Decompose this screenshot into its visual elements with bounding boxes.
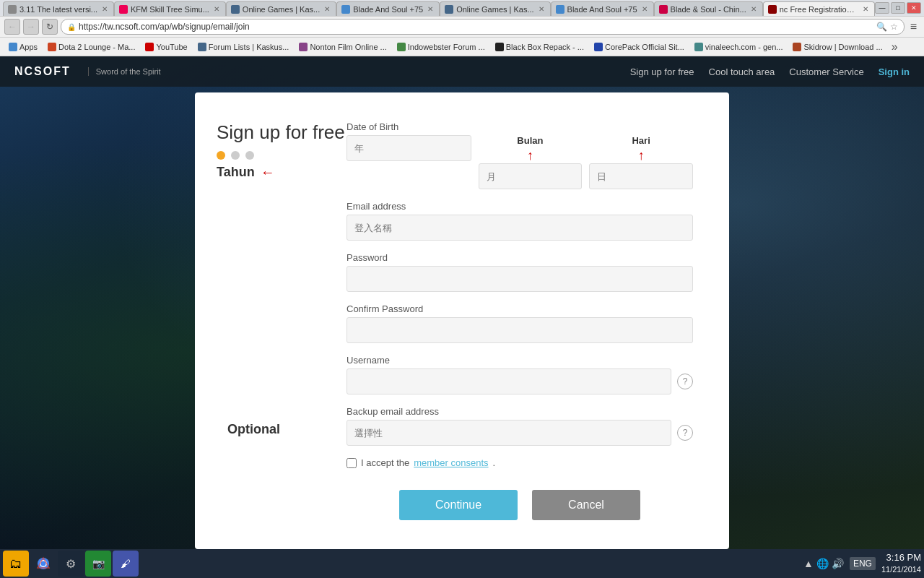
dob-inputs: Bulan ↑ Hari ↑	[346, 135, 693, 189]
url-bar[interactable]: 🔒 https://tw.ncsoft.com/ap/wb/signup/ema…	[61, 19, 905, 35]
form-title: Sign up for free	[217, 121, 345, 144]
hari-arrow: ↑	[589, 149, 693, 162]
tab-favicon-8	[768, 5, 777, 14]
language-indicator[interactable]: ENG	[850, 557, 876, 570]
dot-2	[231, 151, 240, 160]
bookmarks-more-button[interactable]: »	[889, 40, 901, 53]
bookmark-nonton[interactable]: Nonton Film Online ...	[295, 41, 391, 53]
bookmark-skid-label: Skidrow | Download ...	[803, 43, 882, 51]
tahun-arrow: ←	[261, 164, 275, 181]
tab-favicon-2	[119, 5, 128, 14]
cancel-button[interactable]: Cancel	[532, 490, 640, 520]
network-icon[interactable]: 🌐	[816, 558, 829, 569]
tab-8[interactable]: nc Free Registration: N ✕	[763, 1, 875, 16]
customer-service-link[interactable]: Customer Service	[789, 66, 863, 77]
tab-6[interactable]: Blade And Soul +75 ✕	[551, 1, 654, 16]
volume-icon[interactable]: 🔊	[832, 558, 844, 569]
member-consents-link[interactable]: member consents	[414, 457, 488, 468]
consent-text: I accept the	[361, 457, 409, 468]
tab-close-3[interactable]: ✕	[323, 5, 331, 13]
paint-icon[interactable]: 🖌	[113, 551, 139, 577]
forum-favicon	[198, 43, 206, 51]
pagination-dots	[217, 151, 345, 160]
bookmark-corepack[interactable]: CorePack Official Sit...	[590, 41, 689, 53]
backup-email-input[interactable]	[346, 420, 671, 446]
tab-close-6[interactable]: ✕	[640, 5, 649, 13]
reload-button[interactable]: ↻	[42, 19, 58, 35]
back-button[interactable]: ←	[4, 19, 20, 35]
cool-touch-link[interactable]: Cool touch area	[709, 66, 775, 77]
close-button[interactable]: ✕	[907, 2, 921, 14]
email-label: Email address	[346, 201, 693, 212]
bookmark-forum[interactable]: Forum Lists | Kaskus...	[193, 41, 294, 53]
hari-label: Hari	[589, 135, 693, 146]
bookmark-vina[interactable]: vinaleech.com - gen...	[690, 41, 788, 53]
dob-day-input[interactable]	[589, 163, 693, 189]
blackbox-favicon	[495, 43, 504, 51]
consent-suffix: .	[493, 457, 496, 468]
consent-row: I accept the member consents .	[346, 457, 693, 468]
form-fields: Date of Birth Bulan ↑ Hari ↑	[346, 121, 693, 520]
tab-4[interactable]: Blade And Soul +75 ✕	[336, 1, 440, 16]
steam-icon[interactable]: ⚙	[58, 551, 84, 577]
backup-email-field-wrap: ?	[346, 420, 693, 446]
clock-time: 3:16 PM	[881, 552, 921, 564]
star-icon[interactable]: ☆	[890, 22, 898, 32]
vina-favicon	[694, 43, 703, 51]
username-help-icon[interactable]: ?	[677, 374, 693, 389]
bookmark-nonton-label: Nonton Film Online ...	[310, 43, 386, 51]
forward-button[interactable]: →	[23, 19, 39, 35]
password-label: Password	[346, 252, 693, 263]
tahun-label: Tahun ←	[217, 164, 345, 181]
tab-2[interactable]: KFM Skill Tree Simu... ✕	[114, 1, 226, 16]
bookmark-skid[interactable]: Skidrow | Download ...	[788, 41, 886, 53]
signup-nav-link[interactable]: Sign up for free	[630, 66, 694, 77]
clock-date: 11/21/2014	[881, 564, 921, 574]
apps-favicon	[9, 43, 17, 51]
chrome-icon[interactable]	[30, 551, 56, 577]
confirm-password-input[interactable]	[346, 317, 693, 343]
tab-close-7[interactable]: ✕	[749, 5, 758, 13]
bookmark-apps-label: Apps	[19, 43, 38, 51]
taskbar-right: ▲ 🌐 🔊 ENG 3:16 PM 11/21/2014	[803, 552, 921, 574]
indo-favicon	[397, 43, 406, 51]
confirm-password-row: Confirm Password	[346, 303, 693, 343]
dot-1	[217, 151, 225, 160]
tray-arrow[interactable]: ▲	[803, 558, 814, 569]
backup-email-help-icon[interactable]: ?	[677, 425, 693, 441]
tab-3[interactable]: Online Games | Kas... ✕	[226, 1, 336, 16]
tab-favicon-1	[8, 5, 17, 14]
bulan-arrow: ↑	[479, 149, 583, 162]
tab-close-8[interactable]: ✕	[861, 5, 870, 13]
bookmark-dota[interactable]: Dota 2 Lounge - Ma...	[43, 41, 139, 53]
menu-icon[interactable]: ≡	[907, 20, 920, 33]
bookmark-indo[interactable]: Indowebster Forum ...	[393, 41, 489, 53]
continue-button[interactable]: Continue	[399, 490, 518, 520]
tab-close-4[interactable]: ✕	[426, 5, 435, 13]
consent-checkbox[interactable]	[346, 458, 357, 468]
tab-1[interactable]: 3.11 The latest versi... ✕	[3, 1, 114, 16]
greenshot-icon[interactable]: 📷	[85, 551, 111, 577]
bookmarks-bar: Apps Dota 2 Lounge - Ma... YouTube Forum…	[0, 38, 924, 56]
password-input[interactable]	[346, 266, 693, 292]
minimize-button[interactable]: —	[875, 2, 889, 14]
dob-year-input[interactable]	[346, 135, 471, 161]
bookmark-forum-label: Forum Lists | Kaskus...	[209, 43, 289, 51]
maximize-button[interactable]: □	[891, 2, 905, 14]
bookmark-youtube[interactable]: YouTube	[141, 41, 191, 53]
search-icon[interactable]: 🔍	[876, 22, 887, 32]
tab-5[interactable]: Online Games | Kas... ✕	[440, 1, 550, 16]
bookmark-blackbox[interactable]: Black Box Repack - ...	[491, 41, 588, 53]
tab-7[interactable]: Blade & Soul - Chin... ✕	[654, 1, 763, 16]
tab-close-2[interactable]: ✕	[212, 5, 221, 13]
dot-3	[245, 151, 254, 160]
email-input[interactable]	[346, 215, 693, 241]
signin-link[interactable]: Sign in	[879, 66, 910, 77]
file-manager-icon[interactable]: 🗂	[3, 551, 29, 577]
dob-month-input[interactable]	[479, 163, 583, 189]
dob-day-col: Hari ↑	[589, 135, 693, 189]
username-input[interactable]	[346, 368, 671, 394]
tab-close-5[interactable]: ✕	[537, 5, 546, 13]
bookmark-apps[interactable]: Apps	[4, 41, 42, 53]
tab-close-1[interactable]: ✕	[100, 5, 109, 13]
